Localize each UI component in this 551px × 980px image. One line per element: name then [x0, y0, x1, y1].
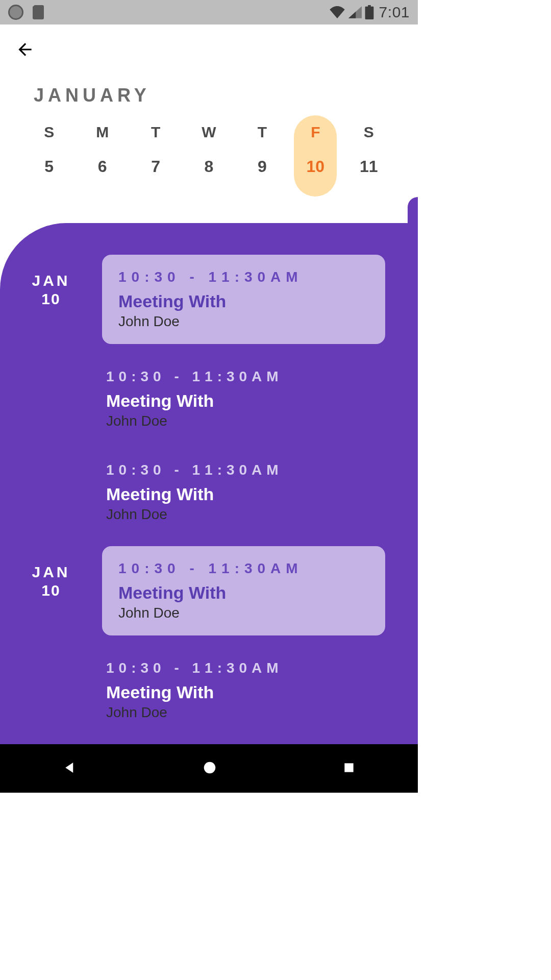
event-date-column [0, 651, 102, 729]
day-column-8[interactable]: W8 [187, 115, 230, 188]
event-card-highlight[interactable]: 10:30 - 11:30AMMeeting WithJohn Doe [102, 546, 385, 635]
event-date-day: 10 [0, 290, 102, 308]
event-date-column: JAN10 [0, 546, 102, 635]
event-time: 10:30 - 11:30AM [118, 269, 369, 285]
status-bar: 7:01 [0, 0, 418, 24]
day-label: F [294, 124, 337, 141]
event-card[interactable]: 10:30 - 11:30AMMeeting WithJohn Doe [104, 651, 385, 729]
svg-point-0 [204, 762, 216, 773]
event-card-column: 10:30 - 11:30AMMeeting WithJohn Doe [102, 255, 385, 344]
nav-back-icon[interactable] [62, 760, 78, 777]
day-column-9[interactable]: T9 [241, 115, 284, 188]
event-card-column: 10:30 - 11:30AMMeeting WithJohn Doe [102, 359, 385, 437]
day-column-5[interactable]: S5 [28, 115, 70, 188]
event-person: John Doe [118, 605, 369, 621]
cell-signal-icon [348, 6, 362, 18]
day-number: 9 [241, 157, 284, 176]
event-time: 10:30 - 11:30AM [106, 660, 369, 676]
day-number: 6 [81, 157, 124, 176]
events-panel-wrapper: JAN1010:30 - 11:30AMMeeting WithJohn Doe… [0, 223, 418, 744]
event-row: 10:30 - 11:30AMMeeting WithJohn Doe [0, 453, 385, 531]
event-card-highlight[interactable]: 10:30 - 11:30AMMeeting WithJohn Doe [102, 255, 385, 344]
week-row: S5M6T7W8T9F10S11 [0, 115, 418, 188]
event-card[interactable]: 10:30 - 11:30AMMeeting WithJohn Doe [104, 359, 385, 437]
event-person: John Doe [106, 506, 369, 523]
day-label: S [347, 124, 390, 141]
event-card-column: 10:30 - 11:30AMMeeting WithJohn Doe [102, 651, 385, 729]
events-panel: JAN1010:30 - 11:30AMMeeting WithJohn Doe… [0, 223, 418, 744]
event-row: 10:30 - 11:30AMMeeting WithJohn Doe [0, 651, 385, 729]
event-date-month: JAN [0, 272, 102, 289]
event-title: Meeting With [118, 291, 369, 311]
event-time: 10:30 - 11:30AM [118, 560, 369, 577]
nav-home-icon[interactable] [202, 760, 217, 777]
day-column-11[interactable]: S11 [347, 115, 390, 188]
back-arrow-icon[interactable] [15, 52, 35, 61]
event-person: John Doe [106, 413, 369, 429]
day-number: 10 [294, 157, 337, 176]
day-number: 5 [28, 157, 70, 176]
event-date-column: JAN10 [0, 255, 102, 344]
day-number: 11 [347, 157, 390, 176]
event-person: John Doe [118, 313, 369, 330]
wifi-icon [329, 6, 345, 18]
event-title: Meeting With [106, 484, 369, 504]
day-number: 7 [134, 157, 177, 176]
event-person: John Doe [106, 704, 369, 721]
day-label: T [241, 124, 284, 141]
event-date-column [0, 453, 102, 531]
day-column-10[interactable]: F10 [294, 115, 337, 197]
day-number: 8 [187, 157, 230, 176]
event-title: Meeting With [106, 682, 369, 702]
event-card[interactable]: 10:30 - 11:30AMMeeting WithJohn Doe [104, 453, 385, 531]
day-column-6[interactable]: M6 [81, 115, 124, 188]
day-label: M [81, 124, 124, 141]
android-nav-bar [0, 744, 418, 793]
event-title: Meeting With [106, 391, 369, 411]
event-title: Meeting With [118, 583, 369, 603]
event-card-column: 10:30 - 11:30AMMeeting WithJohn Doe [102, 453, 385, 531]
event-time: 10:30 - 11:30AM [106, 369, 369, 385]
app-header [0, 24, 418, 61]
day-label: S [28, 124, 70, 141]
event-row: JAN1010:30 - 11:30AMMeeting WithJohn Doe [0, 546, 385, 635]
event-date-day: 10 [0, 582, 102, 599]
sd-card-icon [33, 5, 44, 19]
event-card-column: 10:30 - 11:30AMMeeting WithJohn Doe [102, 546, 385, 635]
nav-recent-icon[interactable] [342, 761, 356, 776]
svg-rect-1 [344, 763, 353, 772]
camera-circle-icon [8, 5, 23, 20]
day-label: W [187, 124, 230, 141]
event-row: 10:30 - 11:30AMMeeting WithJohn Doe [0, 359, 385, 437]
event-date-column [0, 359, 102, 437]
event-time: 10:30 - 11:30AM [106, 462, 369, 478]
event-row: JAN1010:30 - 11:30AMMeeting WithJohn Doe [0, 255, 385, 344]
month-title: JANUARY [0, 61, 418, 115]
day-column-7[interactable]: T7 [134, 115, 177, 188]
day-label: T [134, 124, 177, 141]
battery-icon [365, 5, 374, 19]
status-time: 7:01 [379, 4, 410, 21]
event-date-month: JAN [0, 564, 102, 581]
week-row-wrapper: S5M6T7W8T9F10S11 [0, 115, 418, 223]
